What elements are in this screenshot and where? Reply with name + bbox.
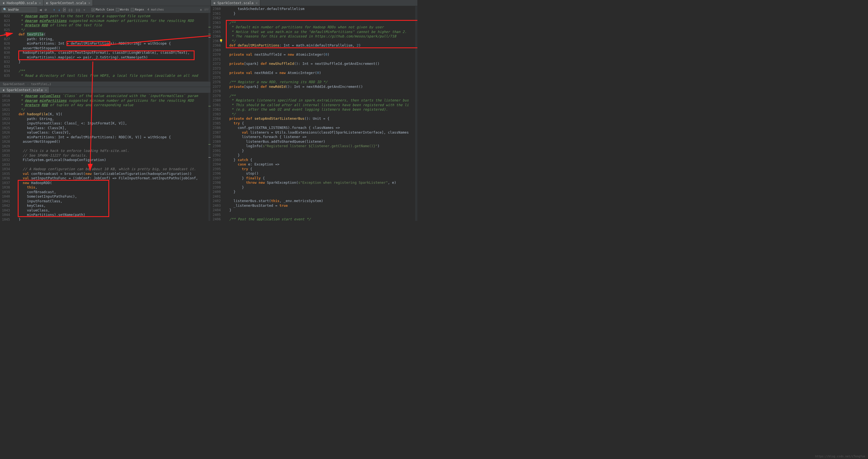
editor-pane-1[interactable]: 8228238248258268278288298308318328338348… (0, 13, 211, 81)
toggle-2[interactable]: ▯▯ (75, 7, 81, 12)
tab-label: SparkContext.scala (7, 88, 43, 92)
gutter-3: 2360236123622363236423652366236723682369… (211, 6, 224, 221)
close-icon[interactable]: × (39, 1, 41, 5)
tab-label: SparkContext.scala (50, 1, 86, 5)
scala-file-icon: ◧ (213, 1, 216, 5)
breadcrumb: SparkContext › textFile(…) (0, 81, 211, 87)
clear-button[interactable]: ⊘ (44, 7, 47, 12)
search-input[interactable] (8, 8, 36, 12)
tab-bar-mid: ◧ SparkContext.scala × (0, 87, 211, 93)
scala-file-icon: ◧ (46, 1, 49, 5)
search-icon: 🔍 (3, 8, 7, 11)
arrow-down-icon[interactable]: ↓ (57, 7, 61, 12)
toggle-1[interactable]: ▯▯ (68, 7, 73, 12)
chevron-right-icon: › (27, 82, 29, 86)
tab-label: SparkContext.scala (218, 1, 254, 5)
tab-bar-top-left: ◧ HadoopRDD.scala × ◧ SparkContext.scala… (0, 0, 211, 6)
arrow-up-icon[interactable]: ↑ (52, 7, 56, 12)
off-label: OFF (204, 8, 209, 11)
search-field[interactable]: 🔍 (2, 7, 37, 12)
tab-bar-right: ◧ SparkContext.scala × (211, 0, 417, 6)
code-3[interactable]: taskScheduler.defaultParallelism } /** *… (224, 6, 417, 221)
scala-file-icon: ◧ (2, 88, 5, 92)
bulb-icon[interactable]: 💡 (219, 39, 223, 43)
breadcrumb-class[interactable]: SparkContext (3, 82, 25, 86)
filter-icon[interactable]: ▿ (83, 7, 86, 12)
gutter-1: 8228238248258268278288298308318328338348… (0, 13, 13, 81)
scala-file-icon: ◧ (2, 1, 5, 5)
select-all-button[interactable]: ⍄ (63, 7, 66, 12)
tab-sparkcontext-1[interactable]: ◧ SparkContext.scala × (43, 0, 93, 6)
editor-pane-3[interactable]: 2360236123622363236423652366236723682369… (211, 6, 417, 221)
scrollbar[interactable] (209, 93, 211, 221)
checkbox-icon: ✓ (91, 8, 95, 11)
close-icon[interactable]: × (45, 88, 47, 92)
words-check[interactable]: Words (116, 8, 129, 11)
code-2[interactable]: * @param valueClass `Class` of the value… (13, 93, 211, 221)
editor-pane-2[interactable]: 1018101910201021102210231024102510261027… (0, 93, 211, 221)
checkbox-icon (116, 8, 119, 11)
tab-label: HadoopRDD.scala (7, 1, 37, 5)
prev-match-button[interactable]: ◀ (39, 7, 42, 12)
search-bar: 🔍 ◀ ⊘ ↑ ↓ ⍄ ▯▯ ▯▯ ▿ ✓ Match Case Words (0, 6, 211, 13)
tab-hadooprdd[interactable]: ◧ HadoopRDD.scala × (0, 0, 43, 6)
close-icon[interactable]: × (88, 1, 90, 5)
regex-check[interactable]: Regex (131, 8, 144, 11)
close-search-icon[interactable]: × (200, 7, 202, 12)
tab-sparkcontext-3[interactable]: ◧ SparkContext.scala × (211, 0, 260, 6)
match-count: 4 matches (148, 8, 164, 11)
code-1[interactable]: * @param path path to the text file on a… (13, 13, 211, 81)
breadcrumb-method[interactable]: textFile(…) (31, 82, 51, 86)
scrollbar[interactable] (209, 13, 211, 81)
scrollbar[interactable] (415, 6, 417, 221)
tab-sparkcontext-2[interactable]: ◧ SparkContext.scala × (0, 87, 49, 93)
match-case-check[interactable]: ✓ Match Case (91, 8, 114, 11)
checkbox-icon (131, 8, 134, 11)
gutter-2: 1018101910201021102210231024102510261027… (0, 93, 13, 221)
close-icon[interactable]: × (256, 1, 258, 5)
